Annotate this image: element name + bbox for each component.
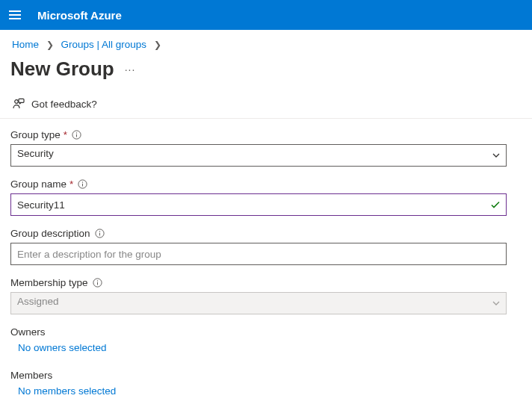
- feedback-link[interactable]: Got feedback?: [31, 99, 97, 110]
- required-indicator: *: [69, 179, 73, 190]
- group-type-field: Group type * Security: [10, 129, 522, 167]
- feedback-bar: Got feedback?: [0, 91, 532, 119]
- info-icon[interactable]: [72, 130, 81, 140]
- no-members-selected-link[interactable]: No members selected: [10, 385, 522, 397]
- page-title-row: New Group ···: [0, 53, 532, 91]
- svg-point-6: [82, 181, 83, 182]
- breadcrumb: Home ❯ Groups | All groups ❯: [0, 30, 532, 53]
- group-name-field: Group name *: [10, 179, 522, 216]
- membership-type-label: Membership type: [10, 277, 88, 288]
- checkmark-icon: [490, 199, 501, 210]
- info-icon[interactable]: [93, 278, 102, 288]
- new-group-form: Group type * Security Group name *: [0, 119, 532, 412]
- svg-point-3: [76, 132, 77, 133]
- owners-heading: Owners: [10, 326, 522, 338]
- no-owners-selected-link[interactable]: No owners selected: [10, 342, 522, 353]
- group-description-input[interactable]: [10, 243, 507, 265]
- svg-point-12: [96, 280, 97, 281]
- azure-brand-label: Microsoft Azure: [37, 9, 122, 22]
- chevron-right-icon: ❯: [46, 40, 54, 50]
- group-type-select[interactable]: Security: [10, 144, 507, 167]
- group-description-label: Group description: [10, 228, 90, 239]
- svg-rect-1: [19, 99, 24, 102]
- svg-point-9: [99, 231, 99, 232]
- page-title: New Group: [10, 58, 114, 81]
- breadcrumb-groups-link[interactable]: Groups | All groups: [61, 39, 147, 50]
- required-indicator: *: [64, 129, 67, 140]
- chevron-right-icon: ❯: [154, 40, 161, 50]
- group-description-field: Group description: [10, 228, 522, 265]
- feedback-person-icon: [12, 97, 25, 111]
- group-type-label: Group type: [10, 129, 61, 140]
- info-icon[interactable]: [78, 179, 87, 189]
- info-icon[interactable]: [95, 229, 105, 238]
- breadcrumb-home-link[interactable]: Home: [12, 39, 39, 50]
- svg-point-0: [15, 100, 19, 104]
- group-name-input[interactable]: [10, 193, 507, 216]
- more-actions-button[interactable]: ···: [125, 63, 136, 75]
- group-name-label: Group name: [10, 179, 66, 190]
- membership-type-select: Assigned: [10, 292, 507, 314]
- top-bar: Microsoft Azure: [0, 0, 532, 30]
- hamburger-menu-icon[interactable]: [9, 7, 24, 22]
- members-heading: Members: [10, 370, 522, 381]
- membership-type-field: Membership type Assigned: [10, 277, 522, 314]
